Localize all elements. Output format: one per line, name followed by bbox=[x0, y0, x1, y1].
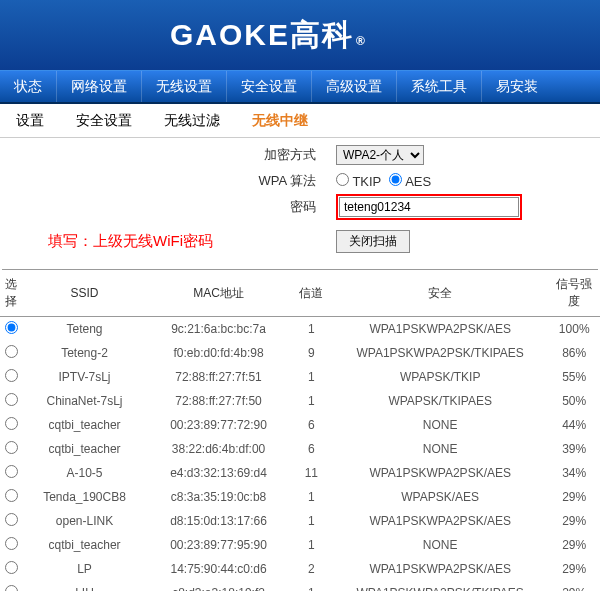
col-security: 安全 bbox=[332, 270, 548, 317]
table-row: IPTV-7sLj72:88:ff:27:7f:511WPAPSK/TKIP55… bbox=[0, 365, 600, 389]
cell-ssid: LIU bbox=[23, 581, 147, 591]
cell-channel: 2 bbox=[291, 557, 332, 581]
col-channel: 信道 bbox=[291, 270, 332, 317]
cell-mac: 38:22:d6:4b:df:00 bbox=[146, 437, 290, 461]
subnav-filter[interactable]: 无线过滤 bbox=[148, 112, 236, 130]
algo-label: WPA 算法 bbox=[0, 172, 324, 190]
pwd-input[interactable] bbox=[339, 197, 519, 217]
logo: GAOKE 高科 ® bbox=[170, 15, 367, 56]
cell-signal: 55% bbox=[548, 365, 600, 389]
cell-channel: 1 bbox=[291, 389, 332, 413]
nav-status[interactable]: 状态 bbox=[0, 71, 56, 102]
cell-security: WPAPSK/TKIP bbox=[332, 365, 548, 389]
cell-security: WPA1PSKWPA2PSK/TKIPAES bbox=[332, 581, 548, 591]
nav-wireless[interactable]: 无线设置 bbox=[142, 71, 226, 102]
nav-advanced[interactable]: 高级设置 bbox=[312, 71, 396, 102]
cell-security: WPAPSK/AES bbox=[332, 485, 548, 509]
row-select-radio[interactable] bbox=[5, 369, 18, 382]
cell-channel: 11 bbox=[291, 461, 332, 485]
cell-signal: 44% bbox=[548, 413, 600, 437]
row-select-radio[interactable] bbox=[5, 489, 18, 502]
cell-channel: 6 bbox=[291, 413, 332, 437]
row-select-radio[interactable] bbox=[5, 393, 18, 406]
col-signal: 信号强度 bbox=[548, 270, 600, 317]
row-select-radio[interactable] bbox=[5, 417, 18, 430]
row-select-radio[interactable] bbox=[5, 441, 18, 454]
cell-mac: c8:3a:35:19:0c:b8 bbox=[146, 485, 290, 509]
table-row: LIUc8:d3:a3:18:19:f21WPA1PSKWPA2PSK/TKIP… bbox=[0, 581, 600, 591]
subnav-repeater[interactable]: 无线中继 bbox=[236, 112, 324, 130]
table-row: cqtbi_teacher00:23:89:77:72:906NONE44% bbox=[0, 413, 600, 437]
close-scan-button[interactable]: 关闭扫描 bbox=[336, 230, 410, 253]
cell-channel: 1 bbox=[291, 365, 332, 389]
cell-ssid: cqtbi_teacher bbox=[23, 533, 147, 557]
subnav-security[interactable]: 安全设置 bbox=[60, 112, 148, 130]
col-mac: MAC地址 bbox=[146, 270, 290, 317]
main-nav: 状态 网络设置 无线设置 安全设置 高级设置 系统工具 易安装 bbox=[0, 70, 600, 104]
cell-security: WPA1PSKWPA2PSK/TKIPAES bbox=[332, 341, 548, 365]
row-select-radio[interactable] bbox=[5, 561, 18, 574]
cell-signal: 100% bbox=[548, 317, 600, 342]
subnav-settings[interactable]: 设置 bbox=[0, 112, 60, 130]
row-select-radio[interactable] bbox=[5, 345, 18, 358]
encrypt-select[interactable]: WPA2-个人 bbox=[336, 145, 424, 165]
cell-signal: 29% bbox=[548, 557, 600, 581]
cell-signal: 86% bbox=[548, 341, 600, 365]
row-select-radio[interactable] bbox=[5, 537, 18, 550]
cell-ssid: LP bbox=[23, 557, 147, 581]
table-row: Tenda_190CB8c8:3a:35:19:0c:b81WPAPSK/AES… bbox=[0, 485, 600, 509]
form-area: 加密方式 WPA2-个人 WPA 算法 TKIP AES 密码 填写：上级无线W… bbox=[0, 138, 600, 261]
row-select-radio[interactable] bbox=[5, 465, 18, 478]
table-row: cqtbi_teacher38:22:d6:4b:df:006NONE39% bbox=[0, 437, 600, 461]
cell-ssid: cqtbi_teacher bbox=[23, 413, 147, 437]
table-row: cqtbi_teacher00:23:89:77:95:901NONE29% bbox=[0, 533, 600, 557]
cell-mac: 00:23:89:77:95:90 bbox=[146, 533, 290, 557]
cell-channel: 1 bbox=[291, 581, 332, 591]
cell-mac: f0:eb:d0:fd:4b:98 bbox=[146, 341, 290, 365]
cell-security: NONE bbox=[332, 533, 548, 557]
cell-channel: 1 bbox=[291, 533, 332, 557]
logo-cn: 高科 bbox=[290, 15, 354, 56]
cell-security: WPA1PSKWPA2PSK/AES bbox=[332, 461, 548, 485]
nav-network[interactable]: 网络设置 bbox=[57, 71, 141, 102]
cell-security: WPA1PSKWPA2PSK/AES bbox=[332, 509, 548, 533]
algo-aes-option[interactable]: AES bbox=[389, 173, 431, 189]
logo-reg: ® bbox=[356, 34, 367, 48]
wifi-tbody: Teteng9c:21:6a:bc:bc:7a1WPA1PSKWPA2PSK/A… bbox=[0, 317, 600, 592]
cell-ssid: cqtbi_teacher bbox=[23, 437, 147, 461]
cell-signal: 29% bbox=[548, 533, 600, 557]
wifi-table: 选择 SSID MAC地址 信道 安全 信号强度 Teteng9c:21:6a:… bbox=[0, 270, 600, 591]
cell-mac: 00:23:89:77:72:90 bbox=[146, 413, 290, 437]
cell-mac: 9c:21:6a:bc:bc:7a bbox=[146, 317, 290, 342]
cell-security: WPAPSK/TKIPAES bbox=[332, 389, 548, 413]
nav-system[interactable]: 系统工具 bbox=[397, 71, 481, 102]
cell-ssid: Teteng-2 bbox=[23, 341, 147, 365]
cell-channel: 9 bbox=[291, 341, 332, 365]
cell-signal: 29% bbox=[548, 509, 600, 533]
pwd-label: 密码 bbox=[0, 198, 324, 216]
col-ssid: SSID bbox=[23, 270, 147, 317]
cell-channel: 6 bbox=[291, 437, 332, 461]
algo-tkip-option[interactable]: TKIP bbox=[336, 173, 381, 189]
row-select-radio[interactable] bbox=[5, 513, 18, 526]
row-select-radio[interactable] bbox=[5, 321, 18, 334]
col-select: 选择 bbox=[0, 270, 23, 317]
nav-easy[interactable]: 易安装 bbox=[482, 71, 552, 102]
cell-security: NONE bbox=[332, 413, 548, 437]
cell-ssid: open-LINK bbox=[23, 509, 147, 533]
cell-mac: e4:d3:32:13:69:d4 bbox=[146, 461, 290, 485]
sub-nav: 设置 安全设置 无线过滤 无线中继 bbox=[0, 104, 600, 138]
table-row: open-LINKd8:15:0d:13:17:661WPA1PSKWPA2PS… bbox=[0, 509, 600, 533]
encrypt-label: 加密方式 bbox=[0, 146, 324, 164]
logo-en: GAOKE bbox=[170, 18, 290, 52]
cell-signal: 39% bbox=[548, 437, 600, 461]
nav-security[interactable]: 安全设置 bbox=[227, 71, 311, 102]
cell-ssid: Teteng bbox=[23, 317, 147, 342]
cell-signal: 34% bbox=[548, 461, 600, 485]
cell-ssid: A-10-5 bbox=[23, 461, 147, 485]
row-select-radio[interactable] bbox=[5, 585, 18, 591]
hint-text: 填写：上级无线WiFi密码 bbox=[0, 232, 324, 251]
table-row: Teteng9c:21:6a:bc:bc:7a1WPA1PSKWPA2PSK/A… bbox=[0, 317, 600, 342]
cell-security: NONE bbox=[332, 437, 548, 461]
cell-mac: 72:88:ff:27:7f:51 bbox=[146, 365, 290, 389]
